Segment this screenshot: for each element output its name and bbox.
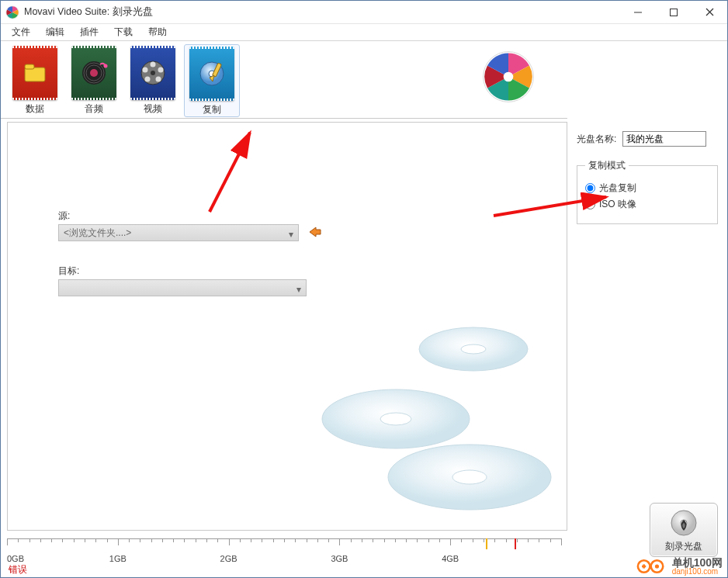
- maximize-icon: [670, 9, 678, 16]
- tab-data[interactable]: 数据: [7, 44, 63, 117]
- tab-label: 数据: [26, 102, 44, 116]
- radio-disc-copy[interactable]: 光盘复制: [585, 182, 709, 195]
- svg-point-24: [504, 72, 514, 82]
- menu-edit[interactable]: 编辑: [38, 24, 72, 40]
- disc-decoration: [310, 318, 559, 522]
- minimize-icon: [634, 9, 642, 16]
- source-combo[interactable]: <浏览文件夹....> ▾: [58, 224, 299, 241]
- vinyl-icon: [79, 58, 109, 88]
- svg-point-29: [380, 413, 411, 425]
- size-ruler: 0GB1GB2GB3GB4GB: [7, 534, 561, 562]
- burn-button[interactable]: 刻录光盘: [650, 503, 718, 557]
- svg-point-27: [461, 344, 486, 354]
- menu-help[interactable]: 帮助: [140, 24, 175, 40]
- source-value: <浏览文件夹....>: [64, 227, 131, 240]
- category-toolbar: 数据 音频: [1, 41, 567, 119]
- copy-disc-icon: [196, 58, 227, 89]
- tab-label: 复制: [203, 103, 221, 116]
- watermark: 单机100网 danji100.com: [636, 557, 723, 576]
- tab-audio[interactable]: 音频: [66, 44, 122, 117]
- right-panel: 光盘名称: 复制模式 光盘复制 ISO 映像: [567, 41, 727, 562]
- close-icon: [705, 8, 714, 16]
- source-label: 源:: [58, 209, 322, 223]
- copy-mode-group: 复制模式 光盘复制 ISO 映像: [577, 159, 718, 224]
- radio-iso-image[interactable]: ISO 映像: [585, 198, 709, 211]
- body: 数据 音频: [1, 41, 727, 562]
- svg-point-8: [90, 69, 98, 77]
- menu-plugins[interactable]: 插件: [72, 24, 106, 40]
- tab-copy[interactable]: 复制: [184, 44, 240, 117]
- film-reel-icon: [138, 58, 168, 88]
- menu-file[interactable]: 文件: [4, 24, 38, 40]
- radio-disc-copy-input[interactable]: [585, 183, 595, 193]
- close-button[interactable]: [692, 1, 727, 24]
- svg-point-17: [143, 67, 148, 73]
- svg-point-31: [452, 470, 487, 484]
- target-label: 目标:: [58, 265, 322, 278]
- browse-icon[interactable]: [308, 226, 322, 241]
- main-area: 源: <浏览文件夹....> ▾ 目标: ▾: [7, 122, 567, 531]
- svg-point-40: [655, 564, 659, 568]
- radio-iso-input[interactable]: [585, 199, 595, 209]
- svg-rect-5: [25, 67, 45, 81]
- tab-label: 音频: [85, 102, 103, 116]
- radio-label: ISO 映像: [599, 198, 636, 211]
- svg-point-15: [156, 77, 161, 82]
- app-icon: [5, 5, 19, 19]
- chevron-down-icon: ▾: [289, 229, 293, 240]
- annotation-arrow: [202, 126, 264, 220]
- watermark-icon: [636, 558, 667, 575]
- tab-label: 视频: [144, 102, 162, 116]
- copy-mode-legend: 复制模式: [585, 159, 629, 172]
- folder-icon: [22, 60, 48, 86]
- svg-point-11: [104, 64, 108, 68]
- svg-rect-2: [671, 9, 678, 16]
- svg-marker-25: [310, 227, 321, 237]
- left-column: 数据 音频: [1, 41, 567, 562]
- target-combo[interactable]: ▾: [58, 279, 307, 296]
- disc-name-label: 光盘名称:: [577, 133, 616, 146]
- watermark-line2: danji100.com: [672, 568, 723, 576]
- window-title: Movavi Video Suite: 刻录光盘: [24, 5, 153, 19]
- tab-video[interactable]: 视频: [125, 44, 181, 117]
- svg-line-32: [210, 133, 250, 212]
- disc-name-input[interactable]: [622, 131, 706, 147]
- svg-point-18: [151, 71, 155, 75]
- svg-point-14: [158, 67, 164, 73]
- svg-point-13: [151, 62, 156, 67]
- svg-rect-6: [25, 64, 34, 69]
- copy-form: 源: <浏览文件夹....> ▾ 目标: ▾: [58, 209, 322, 296]
- chevron-down-icon: ▾: [296, 284, 301, 295]
- menubar: 文件 编辑 插件 下载 帮助: [1, 24, 727, 41]
- burn-disc-icon: [668, 507, 699, 538]
- radio-label: 光盘复制: [599, 182, 636, 195]
- app-window: Movavi Video Suite: 刻录光盘 文件 编辑 插件 下载 帮助: [0, 0, 728, 578]
- movavi-logo: [480, 49, 536, 107]
- menu-download[interactable]: 下载: [106, 24, 140, 40]
- watermark-line1: 单机100网: [672, 557, 723, 568]
- titlebar: Movavi Video Suite: 刻录光盘: [1, 1, 727, 24]
- svg-point-16: [145, 77, 151, 82]
- minimize-button[interactable]: [620, 1, 656, 24]
- maximize-button[interactable]: [656, 1, 692, 24]
- burn-button-label: 刻录光盘: [665, 540, 702, 553]
